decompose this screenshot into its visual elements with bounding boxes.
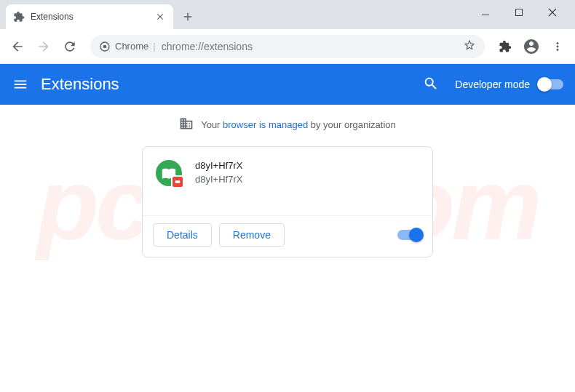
- extension-card-top: d8yI+Hf7rX d8yI+Hf7rX: [143, 147, 432, 215]
- badge-icon: [171, 175, 184, 188]
- extension-name: d8yI+Hf7rX: [195, 160, 242, 171]
- window-controls: [469, 1, 569, 23]
- developer-mode-toggle[interactable]: [539, 79, 563, 89]
- tab-strip: Extensions: [6, 4, 469, 29]
- back-button[interactable]: [7, 36, 28, 57]
- extension-card: d8yI+Hf7rX d8yI+Hf7rX Details Remove: [142, 146, 433, 257]
- extension-info: d8yI+Hf7rX d8yI+Hf7rX: [195, 160, 242, 186]
- close-icon[interactable]: [154, 11, 166, 23]
- browser-tab[interactable]: Extensions: [6, 4, 173, 29]
- svg-point-3: [103, 44, 107, 48]
- managed-banner: Your browser is managed by your organiza…: [179, 105, 396, 146]
- extension-card-bottom: Details Remove: [143, 215, 432, 257]
- details-button[interactable]: Details: [153, 223, 212, 247]
- remove-button[interactable]: Remove: [219, 223, 285, 247]
- site-info[interactable]: Chrome |: [99, 41, 156, 52]
- search-icon[interactable]: [423, 76, 440, 93]
- developer-mode-label: Developer mode: [455, 79, 530, 90]
- svg-rect-1: [516, 9, 523, 16]
- maximize-button[interactable]: [502, 1, 536, 23]
- puzzle-icon: [13, 11, 25, 23]
- reload-button[interactable]: [60, 36, 80, 57]
- browser-toolbar: Chrome | chrome://extensions: [0, 29, 575, 64]
- minimize-button[interactable]: [469, 1, 502, 23]
- svg-rect-4: [175, 180, 181, 183]
- menu-icon[interactable]: [547, 36, 568, 57]
- window-titlebar: Extensions: [0, 0, 575, 29]
- managed-text: Your browser is managed by your organiza…: [201, 119, 396, 130]
- new-tab-button[interactable]: [178, 7, 198, 27]
- content-area: Your browser is managed by your organiza…: [0, 105, 575, 257]
- extension-icon: [156, 160, 182, 186]
- hamburger-icon[interactable]: [12, 76, 29, 93]
- building-icon: [179, 116, 194, 133]
- managed-link[interactable]: browser is managed: [223, 119, 308, 130]
- separator: |: [153, 41, 155, 52]
- tab-title: Extensions: [31, 12, 148, 22]
- bookmark-icon[interactable]: [463, 39, 476, 55]
- profile-icon[interactable]: [521, 36, 542, 57]
- chrome-icon: [99, 41, 111, 52]
- extensions-header: Extensions Developer mode: [0, 64, 575, 105]
- extensions-icon[interactable]: [495, 36, 515, 57]
- forward-button[interactable]: [33, 36, 54, 57]
- url-text: chrome://extensions: [162, 41, 457, 52]
- page-title: Extensions: [41, 75, 423, 94]
- close-window-button[interactable]: [536, 1, 569, 23]
- extension-enable-toggle[interactable]: [397, 230, 422, 240]
- address-bar[interactable]: Chrome | chrome://extensions: [90, 35, 485, 58]
- security-label: Chrome: [115, 41, 148, 52]
- extension-description: d8yI+Hf7rX: [195, 174, 242, 185]
- svg-rect-0: [482, 15, 489, 15]
